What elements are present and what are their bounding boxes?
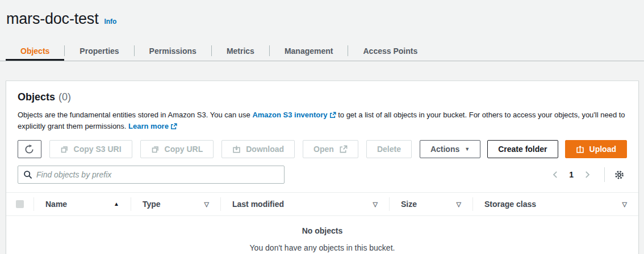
tab-metrics[interactable]: Metrics <box>212 41 269 61</box>
copy-url-button[interactable]: Copy URL <box>140 140 214 158</box>
column-header-last-modified[interactable]: Last modified ▽ <box>221 200 389 209</box>
tab-management[interactable]: Management <box>270 41 348 61</box>
page-number[interactable]: 1 <box>564 170 578 179</box>
previous-page-button[interactable] <box>546 168 564 181</box>
tab-bar: Objects Properties Permissions Metrics M… <box>0 41 644 61</box>
info-link[interactable]: Info <box>104 18 116 26</box>
empty-state-message: You don't have any objects in this bucke… <box>6 243 638 252</box>
sort-caret-icon: ▽ <box>622 201 627 208</box>
panel-description: Objects are the fundamental entities sto… <box>18 109 627 132</box>
copy-icon <box>60 145 69 154</box>
column-header-name[interactable]: Name ▲ <box>34 200 131 209</box>
empty-state-title: No objects <box>6 226 638 235</box>
objects-toolbar: Copy S3 URI Copy URL Download Open <box>18 140 627 158</box>
objects-panel: Objects (0) Objects are the fundamental … <box>6 81 639 254</box>
panel-heading: Objects (0) <box>18 91 627 103</box>
column-header-size[interactable]: Size ▽ <box>390 200 472 209</box>
tab-permissions[interactable]: Permissions <box>135 41 211 61</box>
preferences-gear-button[interactable] <box>612 167 627 183</box>
sort-caret-icon: ▽ <box>204 201 209 208</box>
bucket-header: mars-doc-test Info <box>0 0 644 28</box>
gear-icon <box>614 170 625 180</box>
toolbar-right-group: Actions ▼ Create folder Upload <box>420 140 627 158</box>
pagination: 1 <box>546 167 627 183</box>
description-text: Objects are the fundamental entities sto… <box>18 111 252 119</box>
external-link-icon <box>170 123 177 130</box>
select-all-cell <box>6 200 34 208</box>
caret-down-icon: ▼ <box>465 147 470 152</box>
sort-caret-icon: ▽ <box>373 201 378 208</box>
chevron-left-icon <box>551 170 560 179</box>
learn-more-link[interactable]: Learn more <box>128 122 177 130</box>
upload-icon <box>576 145 584 154</box>
table-header-row: Name ▲ Type ▽ Last modified ▽ Size ▽ Sto… <box>6 193 638 216</box>
external-link-icon <box>339 145 348 154</box>
download-button[interactable]: Download <box>221 140 295 158</box>
tab-access-points[interactable]: Access Points <box>348 41 432 61</box>
copy-icon <box>151 145 160 154</box>
s3-inventory-link[interactable]: Amazon S3 inventory <box>252 111 336 119</box>
upload-button[interactable]: Upload <box>565 140 627 158</box>
objects-table: Name ▲ Type ▽ Last modified ▽ Size ▽ Sto… <box>6 192 638 252</box>
refresh-icon <box>24 145 34 154</box>
copy-s3-uri-button[interactable]: Copy S3 URI <box>49 140 132 158</box>
open-button[interactable]: Open <box>303 140 358 158</box>
next-page-button[interactable] <box>578 168 596 181</box>
create-folder-button[interactable]: Create folder <box>487 140 558 158</box>
select-all-checkbox[interactable] <box>16 200 24 208</box>
chevron-right-icon <box>583 170 592 179</box>
search-box <box>18 166 285 184</box>
tab-properties[interactable]: Properties <box>65 41 133 61</box>
object-count: (0) <box>58 91 71 103</box>
external-link-icon <box>329 112 336 118</box>
actions-dropdown-button[interactable]: Actions ▼ <box>420 140 480 158</box>
page-title: mars-doc-test <box>6 9 98 28</box>
pagination-divider <box>604 167 605 182</box>
download-icon <box>232 145 241 154</box>
sort-caret-icon: ▽ <box>457 201 461 208</box>
empty-state: No objects You don't have any objects in… <box>6 216 638 252</box>
refresh-button[interactable] <box>18 140 41 158</box>
search-input[interactable] <box>36 170 279 179</box>
search-icon <box>23 170 32 179</box>
search-row: 1 <box>18 166 627 184</box>
tab-objects[interactable]: Objects <box>6 41 64 61</box>
delete-button[interactable]: Delete <box>366 140 412 158</box>
panel-title: Objects <box>18 91 55 103</box>
column-header-storage-class[interactable]: Storage class ▽ <box>473 200 638 209</box>
sort-ascending-icon: ▲ <box>114 201 119 207</box>
column-header-type[interactable]: Type ▽ <box>131 200 220 209</box>
